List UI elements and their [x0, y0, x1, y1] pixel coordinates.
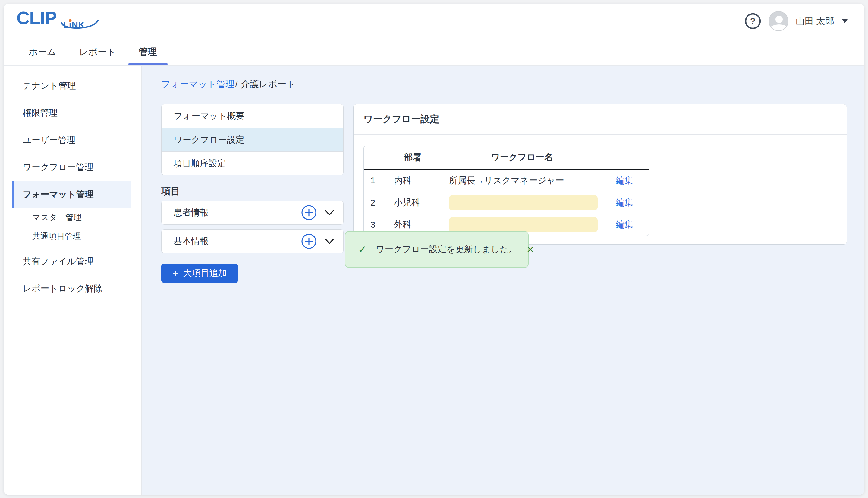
workflow-name-highlight-field[interactable]	[449, 195, 598, 210]
row-department: 外科	[382, 219, 444, 231]
workflow-table: 部署 ワークフロー名 1 内科 所属長→リスクマネージャー 編集 2 小児科	[364, 146, 649, 236]
main-content: フォーマット管理 / 介護レポート フォーマット概要 ワークフロー設定 項目順序…	[142, 66, 864, 495]
row-number: 2	[364, 198, 382, 208]
format-tab-workflow[interactable]: ワークフロー設定	[162, 128, 343, 152]
nav-tab-report[interactable]: レポート	[68, 38, 126, 65]
sidebar-item-permission[interactable]: 権限管理	[12, 100, 132, 127]
items-section-title: 項目	[161, 187, 343, 196]
app-header: CLIP LiNK ? 山田 太郎 ホーム レポート 管理	[4, 4, 864, 66]
col-header-workflow-name: ワークフロー名	[444, 152, 600, 163]
workflow-settings-panel: ワークフロー設定 部署 ワークフロー名 1 内科 所属長→リスクマネージャー 編…	[353, 104, 847, 245]
item-group-label: 基本情報	[174, 235, 208, 247]
header-actions: ? 山田 太郎	[744, 10, 847, 32]
col-header-department: 部署	[382, 152, 444, 163]
nav-tab-admin[interactable]: 管理	[128, 38, 167, 65]
plus-icon: +	[173, 268, 179, 278]
format-tab-overview[interactable]: フォーマット概要	[162, 104, 343, 128]
item-group-label: 患者情報	[174, 207, 208, 219]
help-icon[interactable]: ?	[744, 13, 761, 29]
chevron-down-icon[interactable]	[323, 208, 336, 218]
user-menu-caret-icon[interactable]	[842, 19, 847, 23]
logo-text-clip: CLIP	[17, 8, 57, 28]
success-toast: ✓ ワークフロー設定を更新しました。 ✕	[345, 231, 529, 268]
chevron-down-icon[interactable]	[323, 236, 336, 246]
row-number: 3	[364, 220, 382, 230]
workflow-table-header-row: 部署 ワークフロー名	[364, 146, 649, 170]
sidebar-item-workflow[interactable]: ワークフロー管理	[12, 154, 132, 181]
sidebar-item-format[interactable]: フォーマット管理	[12, 181, 132, 208]
admin-sidebar: テナント管理 権限管理 ユーザー管理 ワークフロー管理 フォーマット管理 マスタ…	[4, 66, 142, 495]
row-department: 小児科	[382, 197, 444, 209]
row-number: 1	[364, 175, 382, 185]
workflow-table-row: 2 小児科 編集	[364, 192, 649, 213]
logo-orange-dot	[69, 19, 72, 22]
body-row: テナント管理 権限管理 ユーザー管理 ワークフロー管理 フォーマット管理 マスタ…	[4, 66, 864, 495]
left-column: フォーマット概要 ワークフロー設定 項目順序設定 項目 患者情報	[161, 104, 343, 283]
workflow-name-highlight-field[interactable]	[449, 217, 598, 232]
check-icon: ✓	[358, 244, 367, 255]
logo-graphic: CLIP LiNK	[17, 7, 110, 31]
edit-link[interactable]: 編集	[616, 220, 633, 229]
row-workflow-name: 所属長→リスクマネージャー	[449, 175, 564, 187]
sidebar-subitem-master[interactable]: マスター管理	[12, 208, 132, 227]
clip-link-logo: CLIP LiNK	[17, 7, 110, 32]
sidebar-item-user[interactable]: ユーザー管理	[12, 127, 132, 154]
sidebar-item-report-unlock[interactable]: レポートロック解除	[12, 275, 132, 302]
row-department: 内科	[382, 175, 444, 187]
user-avatar[interactable]	[769, 11, 788, 31]
sidebar-item-tenant[interactable]: テナント管理	[12, 73, 132, 100]
primary-nav: ホーム レポート 管理	[18, 38, 167, 65]
format-tab-list: フォーマット概要 ワークフロー設定 項目順序設定	[161, 104, 343, 175]
breadcrumb-current: 介護レポート	[241, 78, 296, 91]
add-major-item-label: 大項目追加	[183, 267, 227, 279]
app-window: CLIP LiNK ? 山田 太郎 ホーム レポート 管理 テナント管理 権	[4, 4, 864, 495]
add-major-item-button[interactable]: + 大項目追加	[161, 264, 238, 283]
add-item-icon[interactable]	[301, 234, 317, 249]
item-group-actions	[301, 234, 336, 249]
breadcrumb-separator: /	[235, 79, 238, 89]
edit-link[interactable]: 編集	[616, 198, 633, 207]
nav-tab-home[interactable]: ホーム	[18, 38, 67, 65]
workflow-panel-title: ワークフロー設定	[354, 104, 846, 134]
toast-close-icon[interactable]: ✕	[527, 244, 534, 255]
sidebar-subitem-common-item[interactable]: 共通項目管理	[12, 227, 132, 246]
edit-link[interactable]: 編集	[616, 175, 633, 185]
item-group-actions	[301, 205, 336, 221]
toast-message: ワークフロー設定を更新しました。	[376, 244, 517, 255]
add-item-icon[interactable]	[301, 205, 317, 221]
svg-text:?: ?	[750, 16, 755, 26]
item-group-basic-info[interactable]: 基本情報	[161, 229, 343, 253]
breadcrumb-link-format[interactable]: フォーマット管理	[161, 78, 235, 91]
breadcrumb: フォーマット管理 / 介護レポート	[161, 78, 296, 91]
sidebar-item-shared-file[interactable]: 共有ファイル管理	[12, 248, 132, 275]
logo-text-link: LiNK	[63, 20, 85, 29]
item-group-patient-info[interactable]: 患者情報	[161, 200, 343, 225]
workflow-table-row: 1 内科 所属長→リスクマネージャー 編集	[364, 170, 649, 192]
user-name[interactable]: 山田 太郎	[796, 15, 834, 27]
format-tab-item-order[interactable]: 項目順序設定	[162, 152, 343, 175]
